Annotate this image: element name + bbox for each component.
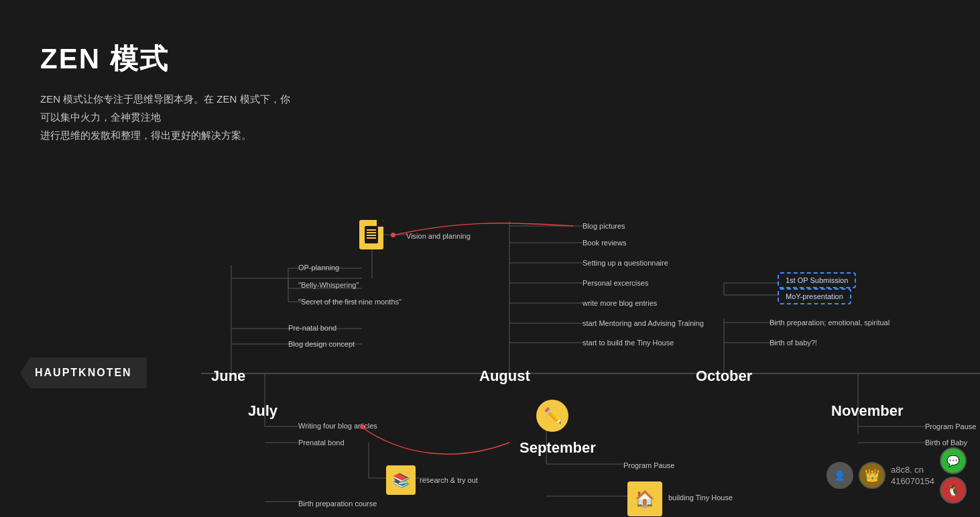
qq-icon[interactable]: 🐧 (940, 477, 967, 504)
pencil-icon-node: ✏️ (536, 400, 568, 432)
bottom-right-icons: 👤 👑 a8c8. cn 416070154 💬 🐧 (826, 447, 967, 504)
topic-writing-blogs: Writing four blog articles (298, 422, 377, 430)
header-section: ZEN 模式 ZEN 模式让你专注于思维导图本身。在 ZEN 模式下，你可以集中… (40, 40, 295, 144)
wechat-icon[interactable]: 💬 (940, 447, 967, 474)
month-november: November (831, 402, 904, 420)
main-node: HAUPTKNOTEN (20, 357, 147, 388)
book-icon-node: 📚 (386, 465, 416, 495)
topic-program-pause-sep: Program Pause (623, 461, 674, 469)
topic-birth-prep-course: Birth preparation course (298, 500, 377, 508)
social-icons: 💬 🐧 (940, 447, 967, 504)
topic-secret-nine-months: "Secret of the first nine months" (298, 298, 402, 306)
topic-program-pause-nov: Program Pause (925, 422, 976, 430)
file-icon-node (359, 220, 383, 249)
topic-setting-questionnaire: Setting up a questionnaire (583, 259, 668, 267)
topic-tiny-house: start to build the Tiny House (583, 339, 674, 347)
topic-more-blog-entries: write more blog entries (583, 299, 657, 307)
topic-mentoring: start Mentoring and Advising Training (583, 319, 704, 327)
red-dot-lower (360, 424, 365, 429)
topic-blog-pictures: Blog pictures (583, 222, 625, 230)
avatar-icon-1: 👤 (826, 462, 853, 489)
topic-book-reviews: Book reviews (583, 239, 626, 247)
topic-vision-planning: Vision and planning (406, 232, 471, 240)
topic-building-tiny-house: building Tiny House (668, 494, 733, 502)
avatar-icon-2: 👑 (859, 462, 885, 489)
dashed-box-op-submission: 1st OP Submission (778, 272, 856, 288)
month-july: July (248, 402, 278, 420)
topic-op-planning: OP-planning (298, 264, 339, 272)
topic-personal-excercises: Personal excercises (583, 279, 648, 287)
topic-prenatal-bond-lower: Prenatal bond (298, 439, 345, 447)
page-description: ZEN 模式让你专注于思维导图本身。在 ZEN 模式下，你可以集中火力，全神贯注… (40, 90, 295, 144)
house-icon-node: 🏠 (627, 481, 662, 516)
topic-research-try-out: research & try out (420, 476, 478, 484)
page-title: ZEN 模式 (40, 40, 295, 78)
topic-blog-design: Blog design concept (288, 340, 355, 348)
month-october: October (696, 367, 752, 385)
topic-belly-whispering: "Belly-Whispering" (298, 281, 359, 289)
side-text-container: a8c8. cn 416070154 (891, 465, 934, 486)
month-june: June (211, 367, 245, 385)
red-dot-upper (391, 233, 395, 237)
month-august: August (479, 367, 530, 385)
topic-birth-prep-emotional: Birth preparation; emotional, spiritual (770, 319, 890, 327)
dashed-box-moy-presentation: MoY-presentation (778, 288, 851, 304)
topic-prenatal-bond-upper: Pre-natal bond (288, 324, 336, 332)
month-september: September (519, 439, 596, 457)
topic-birth-baby: Birth of baby?! (770, 339, 817, 347)
topic-birth-of-baby-nov: Birth of Baby (925, 439, 967, 447)
